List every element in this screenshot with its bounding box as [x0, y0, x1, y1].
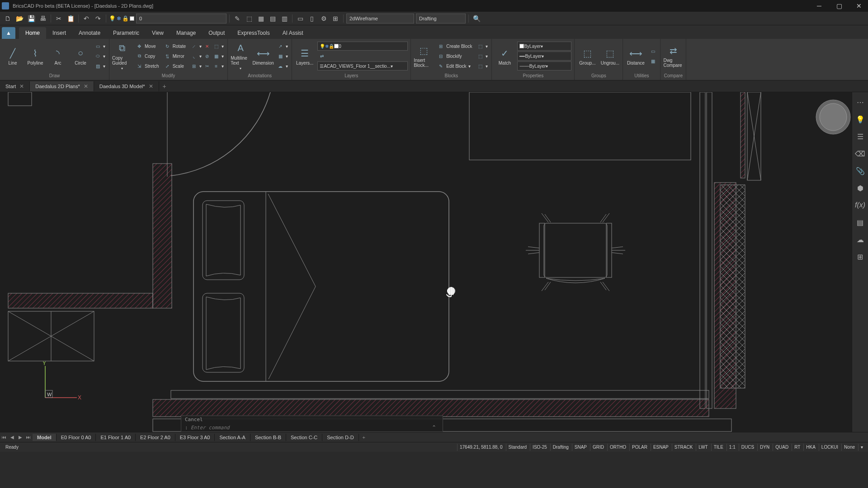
- leader-button[interactable]: ↗▾: [276, 42, 289, 51]
- cube-icon[interactable]: ⬢: [855, 183, 866, 193]
- toggle-rt[interactable]: RT: [792, 444, 802, 451]
- bulb-icon[interactable]: 💡: [855, 114, 866, 125]
- close-icon[interactable]: ✕: [19, 83, 24, 89]
- fx-icon[interactable]: f(x): [855, 200, 866, 211]
- tool-icon3[interactable]: ▦: [256, 14, 266, 23]
- tab-view[interactable]: View: [146, 27, 170, 39]
- lineweight-bylayer[interactable]: ━━ ByLayer ▾: [517, 52, 571, 61]
- rect-button[interactable]: ▭▾: [93, 42, 106, 51]
- copy-button[interactable]: ⧉Copy: [135, 52, 160, 61]
- tab-annotate[interactable]: Annotate: [72, 27, 107, 39]
- circle-button[interactable]: ○Circle: [71, 47, 90, 66]
- fillet-button[interactable]: ◟▾ ⊘ ▦▾: [189, 52, 225, 61]
- tab-output[interactable]: Output: [202, 27, 231, 39]
- util-1[interactable]: ▭: [648, 47, 657, 56]
- prev-icon[interactable]: ◀: [8, 433, 16, 441]
- trim-button[interactable]: ⟋▾ ✕ ⬚▾: [189, 42, 225, 51]
- visual-style-dropdown[interactable]: 2dWireframe: [346, 14, 414, 23]
- eraser-icon[interactable]: ⌫: [855, 148, 866, 159]
- paste-icon[interactable]: 📋: [66, 14, 75, 23]
- clip-icon[interactable]: 📎: [855, 165, 866, 176]
- last-icon[interactable]: ⏭: [24, 433, 33, 441]
- tab-expresstools[interactable]: ExpressTools: [231, 27, 276, 39]
- redo-icon[interactable]: ↷: [93, 14, 103, 23]
- mirror-button[interactable]: ⮁Mirror: [163, 52, 187, 61]
- status-standard[interactable]: Standard: [506, 444, 529, 451]
- expand-icon[interactable]: ⌃: [429, 424, 439, 431]
- cloud-button[interactable]: ☁▾: [276, 61, 289, 70]
- command-input[interactable]: [191, 425, 426, 431]
- status-annot[interactable]: None: [841, 444, 857, 451]
- toggle-quad[interactable]: QUAD: [773, 444, 791, 451]
- move-button[interactable]: ✥Move: [135, 42, 160, 51]
- workspace-dropdown[interactable]: Drafting: [416, 14, 466, 23]
- doctab-3dmodel[interactable]: Daedalus 3D Model*✕: [94, 81, 159, 91]
- layer-dropdown[interactable]: 0: [136, 14, 226, 23]
- tab-insert[interactable]: Insert: [46, 27, 72, 39]
- layers-button[interactable]: ☰Layers...: [295, 47, 315, 66]
- cloud-icon[interactable]: ☁: [855, 234, 866, 245]
- layer-tool-row[interactable]: ⇄: [317, 52, 408, 61]
- array-button[interactable]: ⊞▾ ✂ ≡▾: [189, 61, 225, 70]
- toggle-snap[interactable]: SNAP: [572, 444, 589, 451]
- tool-icon2[interactable]: ⬚: [244, 14, 254, 23]
- layers-tool-icon[interactable]: ☰: [855, 131, 866, 142]
- toggle-grid[interactable]: GRID: [590, 444, 606, 451]
- ellipse-button[interactable]: ⬭▾: [93, 52, 106, 61]
- polyline-button[interactable]: ⌇Polyline: [25, 47, 45, 66]
- scale-button[interactable]: ⤢Scale: [163, 61, 187, 70]
- status-iso[interactable]: ISO-25: [530, 444, 549, 451]
- toggle-esnap[interactable]: ESNAP: [651, 444, 671, 451]
- sheet-icon[interactable]: ▤: [855, 217, 866, 228]
- layout-dd[interactable]: Section D-D: [322, 434, 359, 441]
- toggle-strack[interactable]: STRACK: [672, 444, 695, 451]
- current-layer-dropdown[interactable]: ☰ ACAD_VIEWS_Floor 1__sectio... ▾: [317, 61, 408, 70]
- close-button[interactable]: ✕: [852, 1, 866, 10]
- maximize-button[interactable]: ▢: [832, 1, 846, 10]
- insert-block-button[interactable]: ⬚Insert Block...: [414, 44, 434, 68]
- next-icon[interactable]: ▶: [16, 433, 24, 441]
- layout-e3[interactable]: E3 Floor 3 A0: [175, 434, 215, 441]
- toggle-scale[interactable]: 1:1: [726, 444, 738, 451]
- layout-aa[interactable]: Section A-A: [215, 434, 250, 441]
- match-button[interactable]: ✓Match: [495, 47, 514, 66]
- layout-e2[interactable]: E2 Floor 2 A0: [136, 434, 175, 441]
- tool-icon9[interactable]: ⊞: [330, 14, 340, 23]
- add-tab-button[interactable]: +: [159, 82, 170, 91]
- toggle-lwt[interactable]: LWT: [696, 444, 710, 451]
- layout-model[interactable]: Model: [33, 434, 57, 441]
- toggle-ortho[interactable]: ORTHO: [607, 444, 628, 451]
- tool-icon6[interactable]: ▭: [295, 14, 305, 23]
- first-icon[interactable]: ⏮: [0, 433, 8, 441]
- tab-manage[interactable]: Manage: [170, 27, 202, 39]
- toggle-ducs[interactable]: DUCS: [739, 444, 756, 451]
- toggle-hka[interactable]: HKA: [803, 444, 818, 451]
- status-workspace[interactable]: Drafting: [550, 444, 571, 451]
- layout-bb[interactable]: Section B-B: [250, 434, 286, 441]
- line-button[interactable]: ╱Line: [3, 47, 23, 66]
- tool-icon5[interactable]: ▥: [279, 14, 289, 23]
- stretch-button[interactable]: ⇲Stretch: [135, 61, 160, 70]
- tab-aiassist[interactable]: AI Assist: [276, 27, 310, 39]
- create-block-button[interactable]: ⊞Create Block: [436, 42, 473, 51]
- toggle-polar[interactable]: POLAR: [629, 444, 650, 451]
- mtext-button[interactable]: AMultiline Text▾: [231, 42, 250, 70]
- app-menu-button[interactable]: ▲: [2, 27, 15, 39]
- group-button[interactable]: ⬚Group...: [577, 47, 597, 66]
- tool-icon4[interactable]: ▤: [268, 14, 278, 23]
- tool-icon8[interactable]: ⚙: [319, 14, 329, 23]
- undo-icon[interactable]: ↶: [81, 14, 91, 23]
- grid-icon[interactable]: ⊞: [855, 251, 866, 262]
- dwg-compare-button[interactable]: ⇄Dwg Compare: [663, 44, 683, 68]
- tab-parametric[interactable]: Parametric: [107, 27, 146, 39]
- block-extra2[interactable]: ⬚▾: [476, 52, 489, 61]
- close-icon[interactable]: ✕: [84, 83, 88, 89]
- layer-state-row[interactable]: 💡❄🔒 0: [317, 42, 408, 51]
- toggle-tile[interactable]: TILE: [711, 444, 726, 451]
- search-icon[interactable]: 🔍: [472, 14, 481, 23]
- toggle-dyn[interactable]: DYN: [757, 444, 772, 451]
- tool-icon7[interactable]: ▯: [307, 14, 317, 23]
- open-icon[interactable]: 📂: [14, 14, 24, 23]
- layer-state-icons[interactable]: 💡❄🔒: [109, 15, 134, 22]
- add-layout-button[interactable]: +: [359, 434, 369, 441]
